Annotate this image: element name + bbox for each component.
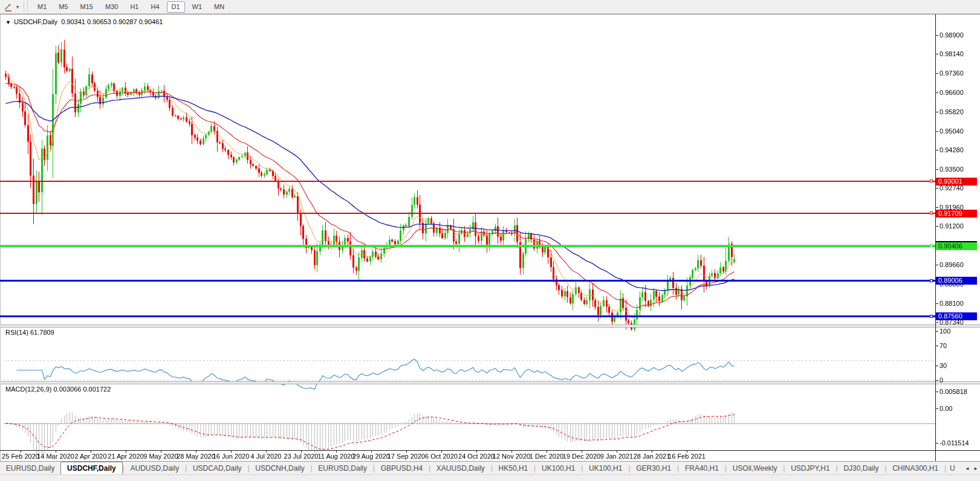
rsi-scale-100-mark [936,331,938,332]
chart-tab-XAUUSD-Daily[interactable]: XAUUSD,Daily [430,462,491,474]
tool-dropdown-caret-icon[interactable]: ▾ [14,4,21,10]
horizontal-level-line-0.93001[interactable] [0,181,935,182]
price-tick-0.97360: 0.97360 [939,70,964,77]
chart-tab-UK100-H1[interactable]: UK100,H1 [536,462,581,474]
rsi-scale-70-mark [936,346,938,346]
price-pane-canvas[interactable] [4,30,936,339]
timeframe-button-H1[interactable]: H1 [125,1,143,13]
tabs-scroll-left-icon[interactable]: ◂ [963,462,972,474]
line-handle-0.87560[interactable] [930,315,933,318]
macd-scale-bottom-mark [936,443,938,444]
rsi-indicator-label: RSI(14) 61.7809 [5,329,54,336]
rsi-scale-0-mark [936,380,938,381]
chart-tab-U[interactable]: U [946,462,963,474]
price-tick-0.95040: 0.95040 [939,128,964,135]
date-tick-label: 24 Oct 2020 [458,453,495,460]
date-tick-label: 4 Jul 2020 [251,453,282,460]
timeframe-button-H4[interactable]: H4 [146,1,164,13]
horizontal-level-line-0.91709[interactable] [0,213,935,214]
price-tick-0.98140-mark [936,54,938,54]
chart-tab-GBPUSD-H4[interactable]: GBPUSD,H4 [375,462,429,474]
date-tick-label: 28 Jan 2021 [634,453,670,460]
status-bar [0,474,980,481]
chart-window [0,14,980,461]
chart-tab-EURUSD-Daily[interactable]: EURUSD,Daily [313,462,373,474]
symbol-dropdown-icon[interactable]: ▼ [5,19,11,25]
line-handle-0.90406[interactable] [930,244,933,247]
horizontal-level-line-0.87560[interactable] [0,315,935,317]
mt4-window: ▾ M1M5M15M30H1H4D1W1MN ▼USDCHF,Daily 0.9… [0,0,980,481]
date-tick-label: 14 Mar 2020 [37,453,74,460]
line-handle-0.91709[interactable] [930,211,933,215]
chart-tab-USDJPY-H1[interactable]: USDJPY,H1 [785,462,836,474]
timeframe-button-M15[interactable]: M15 [76,1,98,13]
price-tick-0.96600-mark [936,92,938,93]
price-tick-0.92740-mark [936,188,938,189]
chart-tab-USDCAD-Daily[interactable]: USDCAD,Daily [187,462,247,474]
macd-indicator-label: MACD(12,26,9) 0.003066 0.001722 [5,386,111,393]
macd-scale-zero: 0.00 [939,405,952,412]
date-tick-label: 2 Apr 2020 [74,453,106,460]
line-handle-0.89006[interactable] [930,279,933,282]
timeframe-button-M30[interactable]: M30 [100,1,123,13]
chart-tab-CHINA300-H1[interactable]: CHINA300,H1 [886,462,944,474]
horizontal-level-line-0.90406[interactable] [0,245,935,247]
date-tick-label: 19 Dec 2020 [563,453,600,460]
macd-scale-top-mark [936,392,938,392]
tabs-scroll-right-icon[interactable]: ▸ [972,462,980,474]
timeframe-button-W1[interactable]: W1 [187,1,207,13]
level-price-label-0.89006: 0.89006 [936,277,977,285]
line-tool-icon[interactable] [2,1,14,12]
chart-tab-USOil-Weekly[interactable]: USOil,Weekly [727,462,783,474]
level-price-label-0.90406: 0.90406 [936,242,977,250]
timeframe-button-D1[interactable]: D1 [167,1,185,13]
price-tick-0.87340-mark [936,322,938,323]
price-tick-0.95820-mark [936,112,938,112]
horizontal-level-line-0.89006[interactable] [0,280,935,282]
date-tick-label: 12 Nov 2020 [493,453,530,460]
chart-tab-DJ30-Daily[interactable]: DJ30,Daily [838,462,885,474]
price-tick-0.94280-mark [936,150,938,150]
chart-symbol-label: USDCHF,Daily [14,18,57,25]
timeframe-button-group: M1M5M15M30H1H4D1W1MN [31,1,230,13]
price-tick-0.96600: 0.96600 [939,89,964,96]
rsi-scale-0: 0 [939,377,943,384]
pane-splitter-macd[interactable] [0,381,980,384]
rsi-pane-canvas[interactable] [4,341,936,396]
date-tick-label: 25 Feb 2020 [2,453,39,460]
rsi-scale-30-mark [936,366,938,366]
price-tick-0.88100: 0.88100 [939,300,964,307]
date-tick-label: 23 Jul 2020 [284,453,319,460]
timeframe-button-MN[interactable]: MN [209,1,229,13]
rsi-value: 61.7809 [30,329,54,336]
pane-splitter-rsi[interactable] [0,324,980,328]
rsi-scale-30: 30 [939,363,947,369]
chart-tab-USDCHF-Daily[interactable]: USDCHF,Daily [60,462,122,474]
macd-values: 0.003066 0.001722 [53,386,111,393]
timeframe-button-M1[interactable]: M1 [33,1,51,13]
date-tick-label: 16 Jun 2020 [213,453,250,460]
chart-tab-HK50-H1[interactable]: HK50,H1 [493,462,534,474]
price-tick-0.91960-mark [936,207,938,208]
date-tick-label: 29 Aug 2020 [352,453,390,460]
price-tick-0.92740: 0.92740 [939,185,964,192]
price-tick-0.95820: 0.95820 [939,109,964,115]
chart-tab-FRA40-H1[interactable]: FRA40,H1 [679,462,725,474]
toolbar: ▾ M1M5M15M30H1H4D1W1MN [0,0,980,14]
date-tick-label: 17 Sep 2020 [388,453,425,460]
price-tick-0.89660-mark [936,265,938,265]
chart-tab-GER30-H1[interactable]: GER30,H1 [630,462,677,474]
date-tick-label: 1 Dec 2020 [530,453,563,460]
chart-tab-AUDUSD-Daily[interactable]: AUDUSD,Daily [125,462,185,474]
chart-tab-USDCNH-Daily[interactable]: USDCNH,Daily [250,462,311,474]
price-axis-border [935,15,936,461]
chart-tab-bar: EURUSD,DailyUSDCHF,Daily|AUDUSD,Daily|US… [0,461,980,474]
timeframe-button-M5[interactable]: M5 [54,1,73,13]
price-tick-0.91200-mark [936,226,938,227]
chart-tab-UK100-H1[interactable]: UK100,H1 [583,462,628,474]
chart-tab-EURUSD-Daily[interactable]: EURUSD,Daily [0,462,60,474]
line-handle-0.93001[interactable] [930,179,933,182]
macd-scale-bottom: -0.011514 [939,440,969,447]
toolbar-separator [24,2,28,11]
macd-scale-zero-mark [936,408,938,409]
